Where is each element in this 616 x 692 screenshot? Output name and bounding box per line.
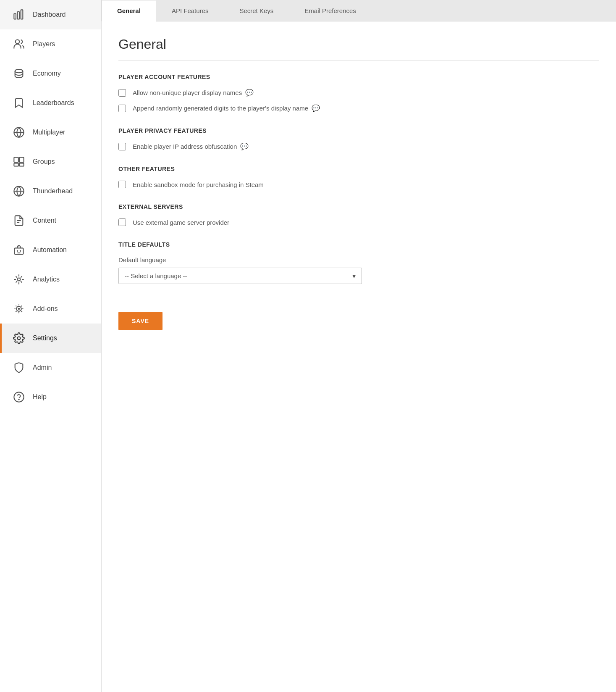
analytics-icon <box>12 272 26 287</box>
sidebar-label-addons: Add-ons <box>33 305 58 313</box>
help-icon <box>12 390 26 404</box>
file-icon <box>12 213 26 228</box>
label-non-unique-names: Allow non-unique player display names 💬 <box>133 89 254 97</box>
thunderhead-icon <box>12 184 26 198</box>
section-title-player-privacy: PLAYER PRIVACY FEATURES <box>118 127 599 134</box>
section-title-title-defaults: TITLE DEFAULTS <box>118 241 599 248</box>
sidebar-label-multiplayer: Multiplayer <box>33 129 65 136</box>
section-external-servers: EXTERNAL SERVERS Use external game serve… <box>118 203 599 226</box>
globe-icon <box>12 125 26 139</box>
sidebar-label-settings: Settings <box>33 334 57 342</box>
checkbox-sandbox-mode[interactable] <box>118 181 126 188</box>
shield-icon <box>12 360 26 375</box>
section-title-other-features: OTHER FEATURES <box>118 166 599 172</box>
sidebar-item-players[interactable]: Players <box>0 29 101 59</box>
addons-icon <box>12 302 26 316</box>
bookmark-icon <box>12 96 26 110</box>
checkbox-item-external-server: Use external game server provider <box>118 218 599 226</box>
checkbox-external-server[interactable] <box>118 218 126 226</box>
comment-icon-2: 💬 <box>240 142 249 150</box>
svg-rect-15 <box>15 248 24 254</box>
sidebar-item-admin[interactable]: Admin <box>0 353 101 382</box>
checkbox-non-unique-names[interactable] <box>118 89 126 97</box>
groups-icon <box>12 155 26 169</box>
section-player-privacy: PLAYER PRIVACY FEATURES Enable player IP… <box>118 127 599 150</box>
sidebar-item-economy[interactable]: Economy <box>0 59 101 88</box>
label-external-server: Use external game server provider <box>133 219 229 226</box>
sidebar-label-help: Help <box>33 393 47 401</box>
sidebar-label-admin: Admin <box>33 364 52 371</box>
sidebar-item-addons[interactable]: Add-ons <box>0 294 101 324</box>
sidebar-label-thunderhead: Thunderhead <box>33 187 73 195</box>
sidebar-label-content: Content <box>33 217 56 224</box>
sidebar-item-groups[interactable]: Groups <box>0 147 101 176</box>
svg-point-17 <box>20 250 21 252</box>
svg-point-23 <box>18 337 21 340</box>
svg-rect-8 <box>19 158 24 163</box>
tab-bar: General API Features Secret Keys Email P… <box>102 0 616 21</box>
svg-point-16 <box>17 250 18 252</box>
comment-icon-1: 💬 <box>312 104 320 112</box>
tab-general[interactable]: General <box>102 0 156 21</box>
checkbox-append-digits[interactable] <box>118 105 126 112</box>
svg-rect-2 <box>21 10 23 19</box>
section-player-account: PLAYER ACCOUNT FEATURES Allow non-unique… <box>118 74 599 112</box>
sidebar-label-dashboard: Dashboard <box>33 11 66 18</box>
gear-icon <box>12 331 26 345</box>
sidebar-item-settings[interactable]: Settings <box>0 324 101 353</box>
sidebar-item-help[interactable]: Help <box>0 382 101 412</box>
svg-rect-9 <box>14 163 18 166</box>
divider <box>118 61 599 61</box>
sidebar-item-automation[interactable]: Automation <box>0 235 101 265</box>
svg-point-20 <box>18 278 21 281</box>
section-title-player-account: PLAYER ACCOUNT FEATURES <box>118 74 599 80</box>
section-title-external-servers: EXTERNAL SERVERS <box>118 203 599 210</box>
tab-secret-keys[interactable]: Secret Keys <box>224 0 289 21</box>
tab-api-features[interactable]: API Features <box>156 0 224 21</box>
checkbox-ip-obfuscation[interactable] <box>118 143 126 150</box>
sidebar-item-content[interactable]: Content <box>0 206 101 235</box>
language-field-label: Default language <box>118 256 599 263</box>
svg-point-4 <box>15 69 23 73</box>
sidebar-item-dashboard[interactable]: Dashboard <box>0 0 101 29</box>
checkbox-item-non-unique-names: Allow non-unique player display names 💬 <box>118 89 599 97</box>
label-append-digits: Append randomly generated digits to the … <box>133 104 320 112</box>
tab-email-preferences[interactable]: Email Preferences <box>289 0 372 21</box>
save-button[interactable]: SAVE <box>118 312 163 330</box>
checkbox-item-ip-obfuscation: Enable player IP address obfuscation 💬 <box>118 142 599 150</box>
checkbox-item-sandbox-mode: Enable sandbox mode for purchasing in St… <box>118 181 599 188</box>
sidebar-label-economy: Economy <box>33 70 61 77</box>
sidebar-label-automation: Automation <box>33 246 67 254</box>
section-other-features: OTHER FEATURES Enable sandbox mode for p… <box>118 166 599 188</box>
checkbox-item-append-digits: Append randomly generated digits to the … <box>118 104 599 112</box>
svg-point-22 <box>18 308 20 310</box>
label-sandbox-mode: Enable sandbox mode for purchasing in St… <box>133 181 264 188</box>
svg-rect-1 <box>18 12 20 19</box>
section-title-defaults: TITLE DEFAULTS Default language -- Selec… <box>118 241 599 284</box>
sidebar-label-players: Players <box>33 40 55 48</box>
svg-point-3 <box>16 40 19 44</box>
economy-icon <box>12 66 26 81</box>
svg-rect-7 <box>14 158 18 163</box>
bar-chart-icon <box>12 8 26 22</box>
sidebar-item-thunderhead[interactable]: Thunderhead <box>0 176 101 206</box>
page-title: General <box>118 37 599 52</box>
robot-icon <box>12 243 26 257</box>
sidebar-item-analytics[interactable]: Analytics <box>0 265 101 294</box>
content-area: General PLAYER ACCOUNT FEATURES Allow no… <box>102 21 616 345</box>
sidebar-label-analytics: Analytics <box>33 276 60 283</box>
main-content: General API Features Secret Keys Email P… <box>102 0 616 692</box>
svg-rect-10 <box>19 163 24 166</box>
svg-point-24 <box>14 392 24 402</box>
sidebar-item-multiplayer[interactable]: Multiplayer <box>0 118 101 147</box>
sidebar-label-groups: Groups <box>33 158 55 166</box>
language-select-wrapper: -- Select a language -- English French G… <box>118 268 362 284</box>
sidebar-item-leaderboards[interactable]: Leaderboards <box>0 88 101 118</box>
sidebar: Dashboard Players Economy Leaderboards M… <box>0 0 102 692</box>
users-icon <box>12 37 26 51</box>
comment-icon-0: 💬 <box>245 89 254 97</box>
svg-rect-0 <box>14 14 16 19</box>
label-ip-obfuscation: Enable player IP address obfuscation 💬 <box>133 142 249 150</box>
language-select[interactable]: -- Select a language -- English French G… <box>118 268 362 284</box>
sidebar-label-leaderboards: Leaderboards <box>33 99 74 107</box>
